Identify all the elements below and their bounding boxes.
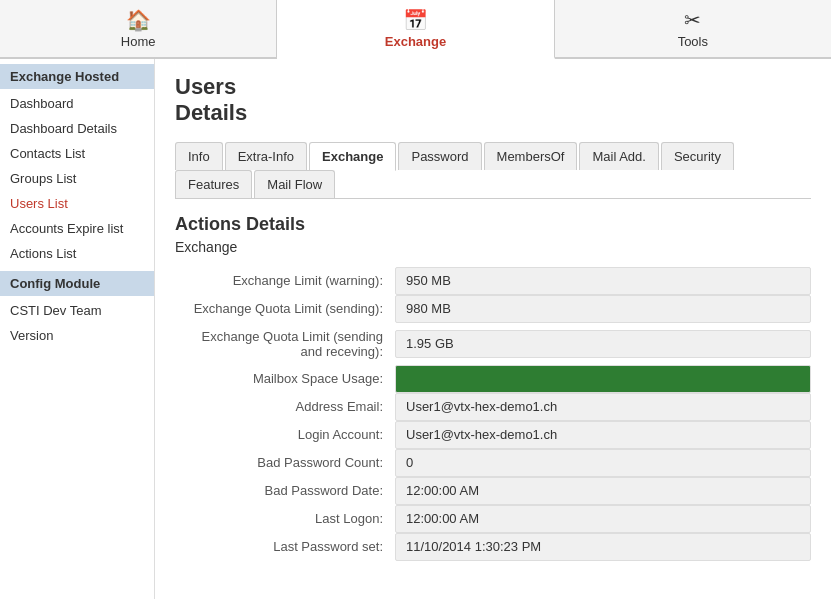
sidebar-item-version[interactable]: Version xyxy=(0,323,154,348)
fields-table: Exchange Limit (warning):950 MBExchange … xyxy=(175,267,811,561)
field-label-exchange-limit-warning: Exchange Limit (warning): xyxy=(175,267,395,295)
field-value-address-email: User1@vtx-hex-demo1.ch xyxy=(395,393,811,421)
tab-features[interactable]: Features xyxy=(175,170,252,198)
exchange-icon: 📅 xyxy=(403,8,428,32)
field-value-exchange-quota-sending: 980 MB xyxy=(395,295,811,323)
field-label-login-account: Login Account: xyxy=(175,421,395,449)
field-value-login-account: User1@vtx-hex-demo1.ch xyxy=(395,421,811,449)
form-row-login-account: Login Account:User1@vtx-hex-demo1.ch xyxy=(175,421,811,449)
form-row-mailbox-space-usage: Mailbox Space Usage: xyxy=(175,365,811,393)
sidebar-item-dashboard-details[interactable]: Dashboard Details xyxy=(0,116,154,141)
nav-tools[interactable]: ✂ Tools xyxy=(555,0,831,57)
field-value-cell-last-logon: 12:00:00 AM xyxy=(395,505,811,533)
field-label-exchange-quota-sending-receiving: Exchange Quota Limit (sendingand recevin… xyxy=(175,323,395,365)
sidebar-item-csti-dev[interactable]: CSTI Dev Team xyxy=(0,298,154,323)
tab-membersof[interactable]: MembersOf xyxy=(484,142,578,170)
tab-mail-add[interactable]: Mail Add. xyxy=(579,142,658,170)
main-layout: Exchange Hosted Dashboard Dashboard Deta… xyxy=(0,59,831,599)
tab-password[interactable]: Password xyxy=(398,142,481,170)
field-value-cell-exchange-quota-sending: 980 MB xyxy=(395,295,811,323)
form-row-exchange-quota-sending-receiving: Exchange Quota Limit (sendingand recevin… xyxy=(175,323,811,365)
field-value-bad-password-count: 0 xyxy=(395,449,811,477)
field-label-exchange-quota-sending: Exchange Quota Limit (sending): xyxy=(175,295,395,323)
sidebar-section-exchange-hosted: Exchange Hosted xyxy=(0,64,154,89)
field-value-exchange-quota-sending-receiving: 1.95 GB xyxy=(395,330,811,358)
form-row-exchange-limit-warning: Exchange Limit (warning):950 MB xyxy=(175,267,811,295)
form-row-address-email: Address Email:User1@vtx-hex-demo1.ch xyxy=(175,393,811,421)
sidebar-item-dashboard[interactable]: Dashboard xyxy=(0,91,154,116)
top-navigation: 🏠 Home 📅 Exchange ✂ Tools xyxy=(0,0,831,59)
field-value-last-logon: 12:00:00 AM xyxy=(395,505,811,533)
home-icon: 🏠 xyxy=(126,8,151,32)
field-value-bad-password-date: 12:00:00 AM xyxy=(395,477,811,505)
sidebar-item-groups-list[interactable]: Groups List xyxy=(0,166,154,191)
field-value-cell-bad-password-date: 12:00:00 AM xyxy=(395,477,811,505)
tab-mail-flow[interactable]: Mail Flow xyxy=(254,170,335,198)
sidebar-item-users-list[interactable]: Users List xyxy=(0,191,154,216)
field-value-last-password-set: 11/10/2014 1:30:23 PM xyxy=(395,533,811,561)
sidebar-item-contacts-list[interactable]: Contacts List xyxy=(0,141,154,166)
tab-exchange[interactable]: Exchange xyxy=(309,142,396,171)
field-label-address-email: Address Email: xyxy=(175,393,395,421)
form-row-last-logon: Last Logon:12:00:00 AM xyxy=(175,505,811,533)
section-title: Actions Details xyxy=(175,214,811,235)
field-label-mailbox-space-usage: Mailbox Space Usage: xyxy=(175,365,395,393)
field-value-cell-bad-password-count: 0 xyxy=(395,449,811,477)
nav-exchange[interactable]: 📅 Exchange xyxy=(277,0,554,59)
nav-exchange-label: Exchange xyxy=(385,34,446,49)
field-value-cell-mailbox-space-usage xyxy=(395,365,811,393)
tools-icon: ✂ xyxy=(684,8,701,32)
sidebar-item-accounts-expire[interactable]: Accounts Expire list xyxy=(0,216,154,241)
field-label-bad-password-date: Bad Password Date: xyxy=(175,477,395,505)
tab-extra-info[interactable]: Extra-Info xyxy=(225,142,307,170)
nav-tools-label: Tools xyxy=(678,34,708,49)
sidebar-section-config-module: Config Module xyxy=(0,271,154,296)
tab-info[interactable]: Info xyxy=(175,142,223,170)
sidebar: Exchange Hosted Dashboard Dashboard Deta… xyxy=(0,59,155,599)
nav-home-label: Home xyxy=(121,34,156,49)
field-value-exchange-limit-warning: 950 MB xyxy=(395,267,811,295)
tab-bar: Info Extra-Info Exchange Password Member… xyxy=(175,142,811,199)
field-label-last-password-set: Last Password set: xyxy=(175,533,395,561)
field-label-bad-password-count: Bad Password Count: xyxy=(175,449,395,477)
form-row-exchange-quota-sending: Exchange Quota Limit (sending):980 MB xyxy=(175,295,811,323)
page-title: UsersDetails xyxy=(175,74,811,127)
field-value-cell-exchange-limit-warning: 950 MB xyxy=(395,267,811,295)
sidebar-item-actions-list[interactable]: Actions List xyxy=(0,241,154,266)
nav-home[interactable]: 🏠 Home xyxy=(0,0,277,57)
tab-security[interactable]: Security xyxy=(661,142,734,170)
main-content: UsersDetails Info Extra-Info Exchange Pa… xyxy=(155,59,831,599)
field-label-last-logon: Last Logon: xyxy=(175,505,395,533)
field-value-cell-last-password-set: 11/10/2014 1:30:23 PM xyxy=(395,533,811,561)
form-row-bad-password-count: Bad Password Count:0 xyxy=(175,449,811,477)
form-row-bad-password-date: Bad Password Date:12:00:00 AM xyxy=(175,477,811,505)
field-value-cell-address-email: User1@vtx-hex-demo1.ch xyxy=(395,393,811,421)
section-subtitle: Exchange xyxy=(175,239,811,255)
field-value-cell-login-account: User1@vtx-hex-demo1.ch xyxy=(395,421,811,449)
field-value-mailbox-space-usage xyxy=(395,365,811,393)
field-value-cell-exchange-quota-sending-receiving: 1.95 GB xyxy=(395,323,811,365)
form-row-last-password-set: Last Password set:11/10/2014 1:30:23 PM xyxy=(175,533,811,561)
